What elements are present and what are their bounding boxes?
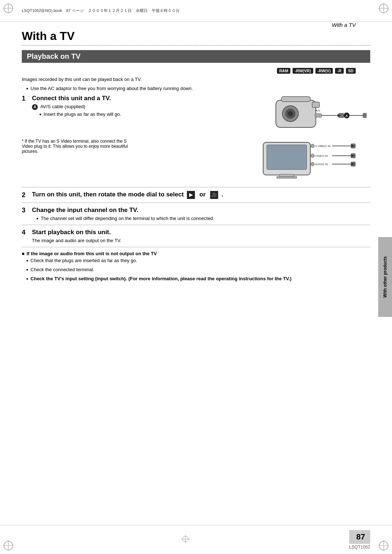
- page-title-right: With a TV: [22, 22, 370, 28]
- svg-rect-30: [277, 176, 297, 178]
- intro-line: Images recorded by this unit can be play…: [22, 77, 370, 82]
- badge-r: -R: [335, 68, 344, 74]
- badge-rwvr: -RW(VR): [293, 68, 313, 74]
- svg-rect-28: [267, 145, 307, 170]
- trouble-divider: [22, 247, 370, 247]
- camera-svg: A/V A: [254, 95, 367, 137]
- svg-rect-17: [281, 97, 310, 102]
- svg-text:AUDIO IN: AUDIO IN: [315, 163, 328, 166]
- svg-point-36: [311, 154, 314, 158]
- step1-text: 1 Connect this unit and a TV. A AV/S cab…: [22, 95, 247, 154]
- step3-title: Change the input channel on the TV.: [32, 207, 138, 214]
- tv-svg: S VIDEO IN * VIDEO IN AUDIO IN: [261, 140, 367, 182]
- step4-content: The image and audio are output on the TV…: [32, 238, 370, 243]
- main-title: With a TV: [22, 29, 370, 43]
- step3-bullet: The channel set will differ depending on…: [36, 216, 370, 221]
- page-code: LSQT1052: [349, 545, 370, 550]
- side-tab: With other products: [378, 237, 392, 317]
- step2-title: Turn on this unit, then rotate the mode …: [32, 191, 223, 199]
- svg-text:S VIDEO IN: S VIDEO IN: [315, 144, 331, 148]
- svg-rect-18: [315, 114, 322, 117]
- badge-rwv: -RW(V): [315, 68, 333, 74]
- step1-insert-bullet: Insert the plugs as far as they will go.: [39, 111, 247, 117]
- step3-number: 3: [22, 207, 29, 214]
- step3-divider: [22, 203, 370, 203]
- play-mode-icon: ▶: [187, 191, 195, 199]
- step1-title: Connect this unit and a TV.: [32, 95, 111, 102]
- badge-ram: RAM: [277, 68, 290, 74]
- step4-title: Start playback on this unit.: [32, 229, 111, 236]
- side-tab-text: With other products: [383, 256, 388, 298]
- step2-divider: [22, 187, 370, 187]
- step1-row: 1 Connect this unit and a TV.: [22, 95, 247, 102]
- trouble-title: If the image or audio from this unit is …: [22, 251, 370, 256]
- media-badges: RAM -RW(VR) -RW(V) -R SD: [22, 68, 370, 74]
- page-number-box: 87: [349, 530, 370, 544]
- svg-rect-26: [363, 113, 367, 118]
- ac-bullet: Use the AC adaptor to free you from worr…: [26, 86, 370, 91]
- step3-content: The channel set will differ depending on…: [32, 216, 370, 221]
- step1-layout: 1 Connect this unit and a TV. A AV/S cab…: [22, 95, 370, 183]
- trouble-bullet-2: Check the connected terminal.: [26, 267, 370, 272]
- step3-row: 3 Change the input channel on the TV.: [22, 207, 370, 214]
- trouble-bullet-1: Check that the plugs are inserted as far…: [26, 258, 370, 263]
- svg-text:*: *: [321, 145, 322, 147]
- badge-sd: SD: [346, 68, 356, 74]
- circle-a: A: [32, 104, 38, 110]
- step1-content: A AV/S cable (supplied) Insert the plugs…: [32, 104, 247, 117]
- step2-number: 2: [22, 191, 29, 199]
- step4-row: 4 Start playback on this unit.: [22, 229, 370, 236]
- camera-mode-icon: 🎥: [210, 191, 218, 199]
- svg-text:A/V: A/V: [316, 109, 321, 112]
- trouble-box: If the image or audio from this unit is …: [22, 251, 370, 281]
- step4-number: 4: [22, 229, 29, 236]
- step1-footnote: * If the TV has an S Video terminal, als…: [22, 139, 138, 154]
- trouble-bullet-3: Check the TV's input setting (input swit…: [26, 276, 370, 281]
- step4-divider: [22, 225, 370, 225]
- svg-rect-16: [312, 102, 319, 107]
- step2-row: 2 Turn on this unit, then rotate the mod…: [22, 191, 370, 199]
- svg-text:VIDEO IN: VIDEO IN: [315, 154, 328, 158]
- svg-point-37: [311, 162, 314, 166]
- svg-text:A: A: [346, 114, 348, 118]
- svg-point-35: [311, 144, 314, 148]
- footer-right: 87 LSQT1052: [349, 530, 370, 550]
- section-header: Playback on TV: [22, 50, 370, 63]
- svg-point-15: [288, 111, 293, 116]
- header-text: LSQT1052(ENG).book 87 ページ ２００５年１２月２１日 水曜…: [22, 8, 180, 13]
- step1-diagram: A/V A: [254, 95, 370, 183]
- tv-diagram-area: S VIDEO IN * VIDEO IN AUDIO IN: [261, 140, 370, 183]
- step1-number: 1: [22, 95, 29, 102]
- footer-center: [181, 535, 190, 545]
- page-container: LSQT1052(ENG).book 87 ページ ２００５年１２月２１日 水曜…: [0, 0, 392, 554]
- footer: 87 LSQT1052: [0, 525, 392, 554]
- dot-separator: [22, 45, 370, 46]
- main-content: With a TV With a TV Playback on TV RAM -…: [22, 22, 370, 525]
- header-bar: LSQT1052(ENG).book 87 ページ ２００５年１２月２１日 水曜…: [0, 0, 392, 22]
